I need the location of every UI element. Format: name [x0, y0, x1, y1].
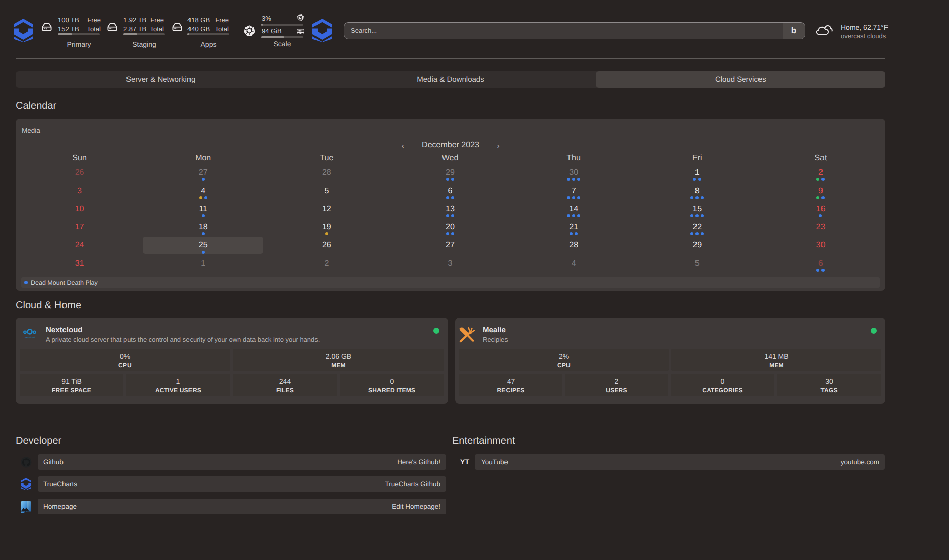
- svg-text:Nextcloud: Nextcloud: [25, 336, 35, 339]
